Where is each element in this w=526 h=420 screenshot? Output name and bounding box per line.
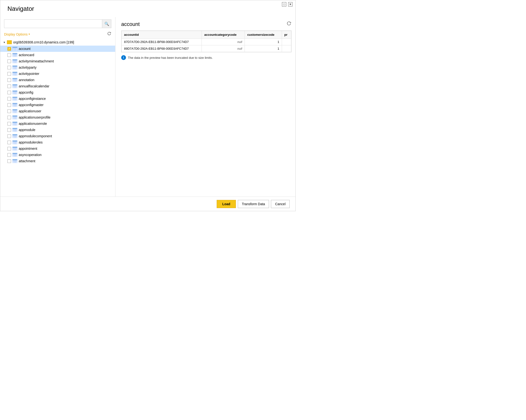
item-label-annualfiscalcalendar: annualfiscalcalendar	[19, 84, 50, 88]
tree-item-activitypointer[interactable]: activitypointer	[0, 71, 115, 77]
collapse-icon: ▼	[3, 41, 6, 44]
tree-item-asyncoperation[interactable]: asyncoperation	[0, 152, 115, 158]
checkbox-appconfiginstance[interactable]	[7, 97, 11, 101]
root-label: org0b539308.crm10.dynamics.com [199]	[13, 40, 74, 44]
svg-rect-83	[12, 128, 17, 129]
table-icon	[12, 115, 17, 119]
svg-rect-113	[12, 159, 17, 160]
table-icon	[12, 72, 17, 76]
tree-item-appmodule[interactable]: appmodule	[0, 127, 115, 133]
col-header-pr: pr	[282, 31, 291, 39]
checkbox-appconfig[interactable]	[7, 91, 11, 94]
tree-item-appointment[interactable]: appointment	[0, 145, 115, 152]
chevron-down-icon[interactable]: ▾	[29, 33, 30, 36]
item-label-applicationuserprofile: applicationuserprofile	[19, 115, 51, 119]
bottom-bar: Load Transform Data Cancel	[0, 196, 295, 211]
tree-area[interactable]: ▼ org0b539308.crm10.dynamics.com [199] a…	[0, 39, 115, 196]
svg-rect-95	[12, 140, 17, 142]
checkbox-appmoduleroles[interactable]	[7, 141, 11, 144]
tree-item-activityparty[interactable]: activityparty	[0, 64, 115, 71]
svg-rect-101	[12, 147, 17, 148]
transform-data-button[interactable]: Transform Data	[238, 200, 269, 208]
tree-item-applicationuser[interactable]: applicationuser	[0, 108, 115, 114]
tree-item-appconfiginstance[interactable]: appconfiginstance	[0, 95, 115, 102]
checkbox-attachment[interactable]	[7, 159, 11, 163]
checkbox-applicationuserrole[interactable]	[7, 122, 11, 125]
tree-item-activitymimeattachment[interactable]: activitymimeattachment	[0, 58, 115, 64]
truncation-notice: i The data in the preview has been trunc…	[121, 55, 292, 60]
checkbox-activityparty[interactable]	[7, 66, 11, 69]
search-button[interactable]: 🔍	[102, 20, 111, 28]
table-icon	[12, 128, 17, 132]
svg-rect-71	[12, 115, 17, 117]
preview-title: account	[121, 21, 140, 27]
svg-rect-29	[12, 72, 17, 73]
minimize-button[interactable]: □	[282, 2, 286, 7]
checkbox-applicationuser[interactable]	[7, 109, 11, 113]
display-options-bar: Display Options ▾	[0, 31, 115, 39]
checkbox-activitymimeattachment[interactable]	[7, 60, 11, 63]
tree-item-applicationuserrole[interactable]: applicationuserrole	[0, 121, 115, 127]
table-icon	[12, 53, 17, 57]
search-input[interactable]	[4, 22, 102, 26]
col-header-customersizecode: customersizecode	[245, 31, 282, 39]
svg-rect-59	[12, 103, 17, 104]
table-row: 87D7A7D0-292A-EB11-BF68-000D3AFC74D7null…	[122, 39, 291, 45]
display-options-label[interactable]: Display Options	[4, 32, 28, 36]
preview-header: account	[121, 21, 292, 28]
tree-item-appmoduleroles[interactable]: appmoduleroles	[0, 139, 115, 145]
svg-rect-89	[12, 134, 17, 135]
checkbox-account[interactable]	[7, 47, 11, 51]
item-label-asyncoperation: asyncoperation	[19, 153, 41, 157]
tree-item-account[interactable]: account	[0, 46, 115, 52]
table-head: accountidaccountcategorycodecustomersize…	[122, 31, 291, 39]
checkbox-actioncard[interactable]	[7, 53, 11, 57]
cancel-button[interactable]: Cancel	[271, 200, 290, 208]
item-label-activityparty: activityparty	[19, 65, 37, 69]
svg-rect-5	[12, 47, 17, 48]
table-icon	[12, 47, 17, 51]
cell-pr	[282, 45, 291, 52]
item-label-appconfig: appconfig	[19, 91, 33, 94]
tree-item-attachment[interactable]: attachment	[0, 158, 115, 164]
tree-item-appconfigmaster[interactable]: appconfigmaster	[0, 102, 115, 108]
svg-rect-47	[12, 91, 17, 92]
table-icon	[12, 159, 17, 163]
col-header-accountcategorycode: accountcategorycode	[202, 31, 245, 39]
svg-rect-23	[12, 65, 17, 67]
tree-item-annualfiscalcalendar[interactable]: annualfiscalcalendar	[0, 83, 115, 89]
svg-rect-77	[12, 122, 17, 123]
checkbox-annotation[interactable]	[7, 78, 11, 82]
tree-item-appconfig[interactable]: appconfig	[0, 89, 115, 95]
checkbox-activitypointer[interactable]	[7, 72, 11, 76]
checkbox-appmodule[interactable]	[7, 128, 11, 132]
tree-item-applicationuserprofile[interactable]: applicationuserprofile	[0, 114, 115, 121]
data-table-container: accountidaccountcategorycodecustomersize…	[121, 31, 292, 52]
tree-item-actioncard[interactable]: actioncard	[0, 52, 115, 58]
refresh-icon[interactable]	[107, 31, 111, 37]
checkbox-annualfiscalcalendar[interactable]	[7, 84, 11, 88]
table-icon	[12, 147, 17, 151]
load-button[interactable]: Load	[217, 200, 236, 208]
cell-pr	[282, 39, 291, 45]
page-title: Navigator	[7, 5, 34, 12]
table-icon	[12, 65, 17, 69]
tree-item-appmodulecomponent[interactable]: appmodulecomponent	[0, 133, 115, 139]
table-icon	[12, 122, 17, 125]
cell-accountcategorycode: null	[202, 45, 245, 52]
item-label-attachment: attachment	[19, 159, 35, 163]
item-label-appmodulecomponent: appmodulecomponent	[19, 134, 52, 138]
checkbox-appconfigmaster[interactable]	[7, 103, 11, 107]
preview-refresh-icon[interactable]	[286, 21, 292, 28]
checkbox-appointment[interactable]	[7, 147, 11, 151]
checkbox-asyncoperation[interactable]	[7, 153, 11, 157]
checkbox-applicationuserprofile[interactable]	[7, 116, 11, 119]
folder-icon	[7, 40, 12, 44]
tree-item-annotation[interactable]: annotation	[0, 77, 115, 83]
item-label-account: account	[19, 47, 30, 51]
close-button[interactable]: ✕	[288, 2, 293, 7]
table-icon	[12, 91, 17, 94]
folder-root[interactable]: ▼ org0b539308.crm10.dynamics.com [199]	[0, 39, 115, 46]
checkbox-appmodulecomponent[interactable]	[7, 134, 11, 138]
table-icon	[12, 153, 17, 157]
